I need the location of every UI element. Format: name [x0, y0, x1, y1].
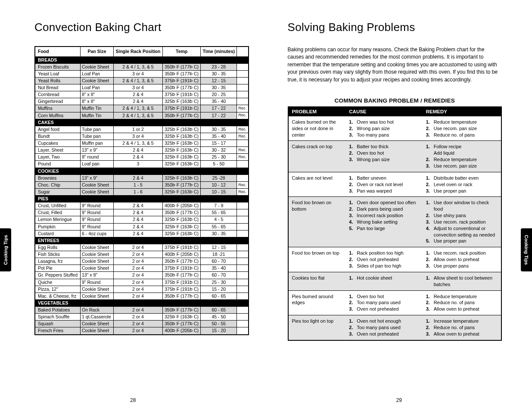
table-row: Custard6 - 4oz cups2 & 4325Þ F (163Þ C)3… — [35, 230, 249, 237]
table-row: Egg RollsCookie Sheet2 or 4375Þ F (191Þ … — [35, 244, 249, 251]
table-header-row: Food Pan Size Single Rack Position Temp … — [35, 47, 249, 56]
page-number: 29 — [266, 397, 532, 403]
table-row: Spinach Souffle1 qt.Casserole2 or 4325Þ … — [35, 314, 249, 321]
problems-heading: COMMON BAKING PROBLEM / REMEDIES — [288, 97, 502, 104]
intro-paragraph: Baking problems can occur for many reaso… — [288, 46, 502, 84]
page-title: Solving Baking Problems — [288, 21, 502, 34]
table-row: Yeast RollsCookie Sheet2 & 4 / 1, 3, & 5… — [35, 77, 249, 84]
section-row: CAKES — [35, 119, 249, 126]
table-row: CupcakesMuffin pan2 & 4 / 1, 3, & 5325Þ … — [35, 140, 249, 147]
col-pan: Pan Size — [81, 47, 114, 56]
page-left: Convection Baking Chart Food Pan Size Si… — [0, 0, 266, 411]
section-row: COOKIES — [35, 168, 249, 174]
table-row: Frozen BiscuitsCookie Sheet2 & 4 / 1, 3,… — [35, 63, 249, 70]
table-row: Layer, Two9" round2 & 4325Þ F (163Þ C)25… — [35, 154, 249, 161]
page-number: 28 — [0, 397, 266, 403]
table-row: Pies too light on top1.Oven not hot enou… — [288, 315, 502, 340]
table-header-row: PROBLEM CAUSE REMEDY — [288, 107, 502, 116]
convection-chart-table: Food Pan Size Single Rack Position Temp … — [34, 46, 249, 335]
table-row: Cornbread8" x 8"2 & 4375Þ F (191Þ C)20 -… — [35, 91, 249, 98]
table-row: Baked PotatoesOn Rack2 or 4350Þ F (177Þ … — [35, 307, 249, 314]
table-row: Mac. & Cheese, frzCookie Sheet2 or 4350Þ… — [35, 293, 249, 299]
col-cause: CAUSE — [345, 107, 422, 116]
col-rec — [237, 47, 249, 56]
section-row: ENTREES — [35, 237, 249, 244]
page-right: Solving Baking Problems Baking problems … — [266, 0, 532, 411]
table-row: Cakes burned on the sides or not done in… — [288, 116, 502, 141]
table-row: Pumpkin9" Round2 & 4325Þ F (163Þ C)55 - … — [35, 223, 249, 230]
section-row: PIES — [35, 196, 249, 202]
table-row: French FriesCookie Sheet2 or 4400Þ F (20… — [35, 327, 249, 335]
table-row: SquashCookie Sheet2 or 4350Þ F (177Þ C)5… — [35, 321, 249, 327]
col-pos: Single Rack Position — [113, 47, 162, 56]
table-row: Brownies13" x 9"2 & 4325Þ F (163Þ C)25 -… — [35, 174, 249, 181]
table-row: Fish SticksCookie Sheet2 or 4400Þ F (205… — [35, 251, 249, 258]
table-row: Lemon Meringue9" Round2 & 4325Þ F (163Þ … — [35, 216, 249, 223]
table-row: Cookies too flat1.Hot cookie sheet1.Allo… — [288, 272, 502, 290]
table-row: Pies burned around edges1.Oven too hot2.… — [288, 290, 502, 315]
table-row: Crust, Filled9" Round2 & 4350Þ F (177Þ C… — [35, 209, 249, 216]
table-row: Pizza, 12"Cookie Sheet2 or 4375Þ F (191Þ… — [35, 286, 249, 293]
table-row: Food too brown on top1.Rack position too… — [288, 247, 502, 272]
table-row: BundtTube pan3 or 4325Þ F (163Þ C)35 - 4… — [35, 133, 249, 140]
table-row: Layer, Sheet13" x 9"2 & 4325Þ F (163Þ C)… — [35, 147, 249, 154]
table-row: SugarCookie Sheet1 - 6325Þ F (163Þ C)10 … — [35, 188, 249, 195]
col-remedy: REMEDY — [423, 107, 501, 116]
table-row: Nut BreadLoaf Pan3 or 4350Þ F (177Þ C)30… — [35, 84, 249, 91]
section-row: BREADS — [35, 56, 249, 63]
table-row: Crust, Unfilled9" Round2 & 4400Þ F (205Þ… — [35, 202, 249, 209]
table-row: Lasagna, frzCookie Sheet2 or 4350Þ F (17… — [35, 258, 249, 265]
table-row: Gr. Peppers Stuffed13" x 9"2 or 4350Þ F … — [35, 272, 249, 279]
table-row: Pot PieCookie Sheet2 or 4375Þ F (191Þ C)… — [35, 265, 249, 272]
col-problem: PROBLEM — [288, 107, 346, 116]
section-row: VEGETABLES — [35, 299, 249, 306]
table-row: Yeast LoafLoaf Pan3 or 4350Þ F (177Þ C)3… — [35, 70, 249, 77]
table-row: PoundLoaf pan3325Þ F (163Þ C)5 - 50 — [35, 161, 249, 168]
col-temp: Temp — [163, 47, 201, 56]
page-title: Convection Baking Chart — [34, 21, 249, 34]
table-row: Gingerbread8" x 8"2 & 4325Þ F (163Þ C)35… — [35, 98, 249, 105]
table-row: Cakes crack on top1.Batter too thick2.Ov… — [288, 141, 502, 172]
table-row: MuffinsMuffin Tin2 & 4 / 1, 3, & 5375Þ F… — [35, 105, 249, 112]
table-row: Cakes are not level1.Batter uneven2.Oven… — [288, 172, 502, 197]
table-row: Food too brown on bottom1.Oven door open… — [288, 197, 502, 247]
col-food: Food — [35, 47, 81, 56]
col-time: Time (minutes) — [201, 47, 237, 56]
table-row: Angel foodTube pan1 or 2325Þ F (163Þ C)3… — [35, 126, 249, 133]
table-row: Corn MuffinsMuffin Tin2 & 4 / 1, 3, & 53… — [35, 112, 249, 119]
problems-table: PROBLEM CAUSE REMEDY Cakes burned on the… — [288, 106, 502, 341]
table-row: Choc. ChipCookie Sheet1 - 5350Þ F (177Þ … — [35, 181, 249, 188]
table-row: Quiche9" Round2 or 4375Þ F (191Þ C)25 - … — [35, 279, 249, 286]
